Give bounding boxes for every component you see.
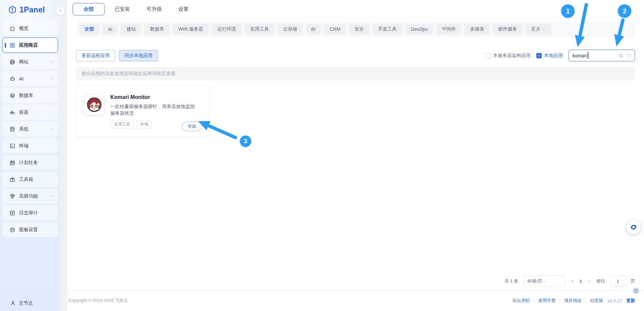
category-chip-devops[interactable]: DevOps bbox=[406, 24, 433, 34]
update-link[interactable]: 更新 bbox=[626, 298, 635, 304]
prev-page-button[interactable] bbox=[570, 279, 575, 283]
active-notch bbox=[5, 43, 6, 48]
sidebar-item-container[interactable]: 容器 bbox=[2, 105, 58, 120]
hexagon-logo-icon bbox=[8, 5, 17, 14]
category-chip-devtools[interactable]: 开发工具 bbox=[373, 24, 402, 35]
category-chip-all[interactable]: 全部 bbox=[79, 24, 99, 35]
sidebar-item-settings[interactable]: 面板设置 bbox=[2, 222, 58, 237]
category-chip-website[interactable]: 建站 bbox=[121, 24, 141, 35]
goto-page-input[interactable] bbox=[610, 276, 626, 287]
chevron-down-icon bbox=[49, 194, 54, 198]
gear-icon bbox=[9, 227, 15, 233]
chevron-down-icon bbox=[49, 60, 54, 64]
step-badge-3: 3 bbox=[240, 136, 251, 147]
forum-help-link[interactable]: 论坛求助 bbox=[512, 298, 530, 304]
arch-filter-checkbox[interactable]: 本服务器架构应用 bbox=[485, 53, 531, 59]
app-card-grid: Komari Monitor 一款轻量级服务器探针，简单高效地监控服务器状态 实… bbox=[76, 86, 635, 137]
category-chip-security[interactable]: 安全 bbox=[349, 24, 369, 35]
chevron-down-icon bbox=[542, 279, 546, 283]
diamond-icon bbox=[9, 193, 15, 199]
chevron-down-icon bbox=[542, 28, 546, 31]
brand-logo[interactable]: 1Panel bbox=[0, 0, 60, 19]
checkbox-checked-icon bbox=[536, 53, 542, 58]
tab-settings[interactable]: 设置 bbox=[172, 3, 195, 15]
update-remote-apps-button[interactable]: 更新远程应用 bbox=[76, 50, 115, 61]
category-chip-media[interactable]: 多媒体 bbox=[465, 24, 489, 35]
footer-links: 论坛求助 | 使用手册 | 项目地址 | 社区版 v2.0.17 更新 bbox=[512, 298, 635, 304]
chevron-left-icon bbox=[58, 9, 63, 13]
node-selector[interactable]: 主节点 bbox=[0, 295, 60, 311]
checkbox-unchecked-icon bbox=[485, 53, 491, 58]
sidebar-item-system[interactable]: 系统 bbox=[2, 121, 58, 137]
sidebar-item-database[interactable]: 数据库 bbox=[2, 88, 58, 103]
grid-icon bbox=[9, 42, 15, 48]
layers-icon bbox=[9, 93, 15, 99]
category-chip-crm[interactable]: CRM bbox=[324, 24, 346, 34]
local-apps-filter-checkbox[interactable]: 本地应用 bbox=[536, 53, 563, 59]
page-footer: Copyright © 2014-2026 飞致云 论坛求助 | 使用手册 | … bbox=[68, 290, 635, 311]
filters-and-search: 本服务器架构应用 本地应用 bbox=[485, 50, 635, 61]
home-icon bbox=[9, 25, 15, 32]
tab-all[interactable]: 全部 bbox=[72, 3, 105, 15]
install-button[interactable]: 安装 bbox=[182, 122, 202, 131]
clear-search-icon[interactable] bbox=[627, 53, 632, 58]
sun-theme-icon[interactable] bbox=[632, 287, 640, 295]
category-chip-tools[interactable]: 实用工具 bbox=[245, 24, 274, 35]
sidebar-item-ai[interactable]: AI bbox=[2, 71, 58, 86]
next-page-button[interactable] bbox=[587, 279, 591, 283]
sidebar-item-website[interactable]: 网站 bbox=[2, 54, 58, 69]
sidebar-menu: 概览 应用商店 网站 AI 数据库 bbox=[0, 19, 60, 237]
app-description: 一款轻量级服务器探针，简单高效地监控服务器状态 bbox=[110, 103, 195, 117]
sidebar-item-advanced[interactable]: 高级功能 bbox=[2, 189, 58, 204]
category-chip-cloudstorage[interactable]: 云存储 bbox=[278, 24, 303, 35]
project-link[interactable]: 项目地址 bbox=[564, 298, 582, 304]
app-tag: 本地 bbox=[137, 120, 152, 128]
sidebar-item-terminal[interactable]: 终端 bbox=[2, 138, 58, 153]
tab-installed[interactable]: 已安装 bbox=[108, 3, 137, 15]
chevron-down-icon bbox=[49, 127, 54, 131]
node-label: 主节点 bbox=[19, 300, 33, 306]
robot-icon bbox=[9, 76, 15, 82]
appstore-tabbar: 全部 已安装 可升级 设置 bbox=[67, 0, 644, 19]
text-caret bbox=[588, 52, 588, 59]
category-chip-runtime[interactable]: 运行环境 bbox=[212, 24, 241, 35]
category-chip-mail[interactable]: 邮件服务 bbox=[493, 24, 522, 35]
user-icon bbox=[10, 300, 16, 306]
app-card-komari[interactable]: Komari Monitor 一款轻量级服务器探针，简单高效地监控服务器状态 实… bbox=[76, 86, 210, 137]
sidebar-item-overview[interactable]: 概览 bbox=[2, 21, 58, 36]
category-chip-database[interactable]: 数据库 bbox=[145, 24, 169, 35]
category-chip-more[interactable]: 更多 bbox=[526, 24, 551, 35]
pagination-bar: 共 1 条 60条/页 1 前往 页 bbox=[504, 275, 635, 287]
sync-local-apps-button[interactable]: 同步本地应用 bbox=[119, 50, 158, 61]
main-content: 全部 已安装 可升级 设置 全部 AI 建站 数据库 Web 服务器 运行环境 … bbox=[67, 0, 644, 311]
category-chip-webserver[interactable]: Web 服务器 bbox=[173, 24, 208, 35]
chevron-down-icon bbox=[49, 76, 54, 81]
toolbox-icon bbox=[9, 176, 15, 183]
terminal-icon bbox=[9, 143, 15, 149]
ring-logo-icon bbox=[630, 223, 638, 231]
app-tag: 实用工具 bbox=[110, 120, 134, 128]
category-chip-ai[interactable]: AI bbox=[103, 24, 118, 34]
sidebar-gutter bbox=[60, 0, 67, 311]
sidebar-item-toolbox[interactable]: 工具箱 bbox=[2, 172, 58, 187]
tab-upgradable[interactable]: 可升级 bbox=[140, 3, 168, 15]
version-label: v2.0.17 bbox=[607, 298, 622, 303]
page-suffix-label: 页 bbox=[631, 278, 635, 284]
floating-assistant-button[interactable] bbox=[627, 220, 641, 234]
docker-whale-icon bbox=[9, 109, 15, 115]
search-icon[interactable] bbox=[619, 53, 624, 58]
category-chip-middleware[interactable]: 中间件 bbox=[436, 24, 461, 35]
user-manual-link[interactable]: 使用手册 bbox=[538, 298, 556, 304]
current-page-button[interactable]: 1 bbox=[580, 279, 582, 284]
category-chip-bi[interactable]: BI bbox=[306, 24, 321, 34]
sidebar-item-appstore[interactable]: 应用商店 bbox=[2, 38, 58, 53]
goto-label: 前往 bbox=[596, 278, 605, 284]
sidebar-item-cronjob[interactable]: 计划任务 bbox=[2, 155, 58, 170]
globe-icon bbox=[9, 59, 15, 65]
edition-label: 社区版 bbox=[590, 298, 603, 304]
komari-app-icon bbox=[84, 94, 105, 115]
sidebar-item-logs[interactable]: 日志审计 bbox=[2, 205, 58, 220]
copyright-text: Copyright © 2014-2026 飞致云 bbox=[68, 298, 128, 304]
page-size-select[interactable]: 60条/页 bbox=[523, 275, 565, 287]
sidebar-collapse-button[interactable] bbox=[56, 6, 65, 15]
